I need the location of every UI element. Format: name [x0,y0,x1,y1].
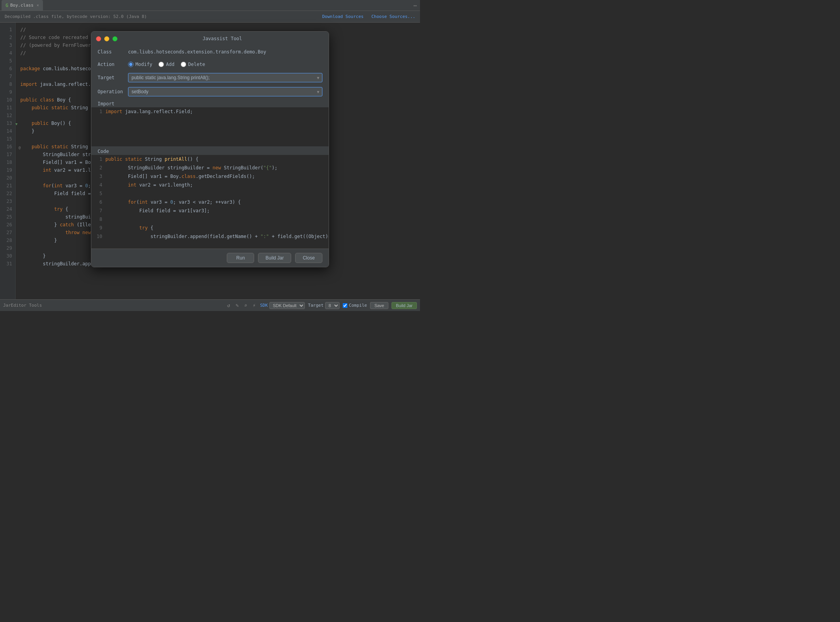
code-line-4: 4 int var2 = var1.length; [91,181,329,189]
import-code-area[interactable]: 1 import java.lang.reflect.Field; [91,107,329,146]
dialog-build-jar-button[interactable]: Build Jar [258,253,291,263]
code-text-10: stringBuilder.append(field.getName() + "… [105,232,329,241]
code-line-6: 6 for(int var3 = 0; var3 < var2; ++var3)… [91,198,329,206]
code-text-7: Field field = var1[var3]; [105,206,210,215]
dialog-footer: Run Build Jar Close [91,249,329,267]
code-text-1: public static String printAll() { [105,155,198,163]
code-text-6: for(int var3 = 0; var3 < var2; ++var3) { [105,198,241,206]
code-line-num-5: 5 [94,189,105,198]
dialog-overlay: Javassist Tool Class com.liubs.hotsecond… [0,0,420,311]
code-text-8 [105,215,108,224]
dialog-titlebar: Javassist Tool [91,32,329,46]
action-modify-radio[interactable]: Modify [128,62,152,67]
code-area[interactable]: 1 public static String printAll() { 2 St… [91,155,329,249]
javassist-tool-dialog: Javassist Tool Class com.liubs.hotsecond… [91,31,329,267]
class-field-label: Class [98,49,125,55]
action-add-label: Add [166,62,174,67]
code-line-num-6: 6 [94,198,105,206]
action-delete-input[interactable] [181,62,186,67]
dialog-close-button[interactable] [96,36,101,41]
class-field-value: com.liubs.hotseconds.extension.transform… [128,49,266,55]
action-modify-label: Modify [135,62,152,67]
operation-select-wrapper: setBody ▼ [128,87,322,96]
code-line-num-3: 3 [94,172,105,181]
code-line-8: 8 [91,215,329,224]
dialog-close-button[interactable]: Close [295,253,322,263]
target-select-wrapper: public static java.lang.String printAll(… [128,73,322,82]
action-delete-radio[interactable]: Delete [181,62,205,67]
dialog-class-row: Class com.liubs.hotseconds.extension.tra… [91,46,329,58]
dialog-action-row: Action Modify Add Delete [91,58,329,71]
code-text-5 [105,189,108,198]
code-section-label: Code [91,146,329,155]
import-code-text-1: import java.lang.reflect.Field; [105,107,193,116]
code-line-1: 1 public static String printAll() { [91,155,329,163]
code-line-num-10: 10 [94,232,105,241]
action-delete-label: Delete [188,62,205,67]
action-add-input[interactable] [158,62,164,67]
code-line-num-9: 9 [94,224,105,232]
dialog-title: Javassist Tool [121,36,324,41]
code-line-2: 2 StringBuilder stringBuilder = new Stri… [91,163,329,172]
code-text-3: Field[] var1 = Boy.class.getDeclaredFiel… [105,172,255,181]
dialog-maximize-button[interactable] [112,36,117,41]
action-field-label: Action [98,62,125,67]
import-code-line-empty [91,116,329,142]
import-section-label: Import [91,99,329,107]
code-line-num-7: 7 [94,206,105,215]
dialog-target-row: Target public static java.lang.String pr… [91,71,329,85]
code-line-7: 7 Field field = var1[var3]; [91,206,329,215]
code-line-num-2: 2 [94,163,105,172]
operation-field-label: Operation [98,89,125,94]
code-line-num-8: 8 [94,215,105,224]
target-field-label: Target [98,75,125,80]
run-button[interactable]: Run [227,253,254,263]
code-line-9: 9 try { [91,224,329,232]
import-line-num-1: 1 [94,107,105,116]
action-modify-input[interactable] [128,62,133,67]
action-radio-group: Modify Add Delete [128,62,205,67]
code-line-10: 10 stringBuilder.append(field.getName() … [91,232,329,241]
dialog-operation-row: Operation setBody ▼ [91,85,329,99]
code-line-num-1: 1 [94,155,105,163]
code-line-3: 3 Field[] var1 = Boy.class.getDeclaredFi… [91,172,329,181]
code-line-num-4: 4 [94,181,105,189]
code-text-4: int var2 = var1.length; [105,181,193,189]
code-text-9: try { [105,224,153,232]
operation-select[interactable]: setBody [128,87,322,96]
action-add-radio[interactable]: Add [158,62,174,67]
import-code-line-1: 1 import java.lang.reflect.Field; [91,107,329,116]
dialog-minimize-button[interactable] [104,36,109,41]
code-line-5: 5 [91,189,329,198]
code-text-2: StringBuilder stringBuilder = new String… [105,163,278,172]
target-select[interactable]: public static java.lang.String printAll(… [128,73,322,82]
